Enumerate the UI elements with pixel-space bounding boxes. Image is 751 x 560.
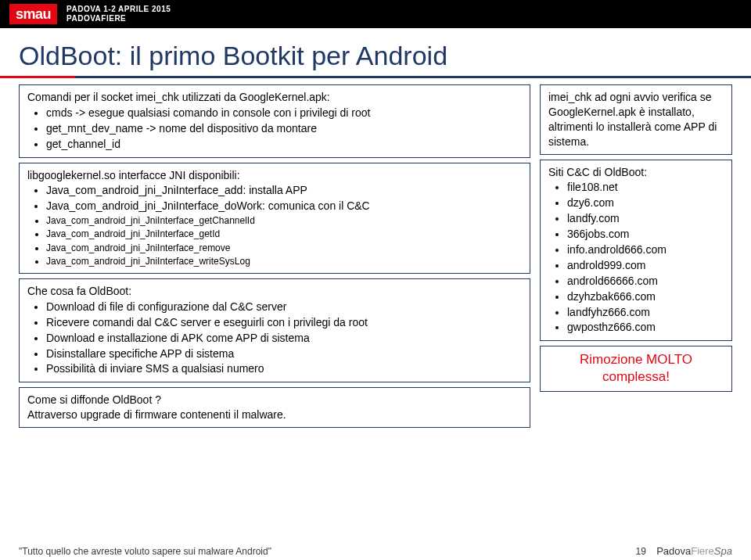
right-column: imei_chk ad ogni avvio verifica se Googl…	[540, 84, 732, 433]
list-item: info.androld666.com	[567, 242, 724, 257]
smau-logo: smau	[9, 4, 57, 24]
list-item: 366jobs.com	[567, 227, 724, 242]
header-venue: PADOVAFIERE	[66, 14, 171, 23]
list-item: Java_com_android_jni_JniInterface_getCha…	[46, 214, 522, 227]
list-item: Possibilità di inviare SMS a qualsiasi n…	[46, 361, 522, 376]
list-item: Java_com_android_jni_JniInterface_add: i…	[46, 183, 522, 198]
footer-quote: "Tutto quello che avreste voluto sapere …	[19, 546, 625, 557]
content: Comandi per il socket imei_chk utilizzat…	[0, 78, 751, 433]
box-imei-chk: imei_chk ad ogni avvio verifica se Googl…	[540, 84, 732, 155]
removal-l2: complessa!	[548, 368, 724, 386]
list-item: Ricevere comandi dal C&C server e esegui…	[46, 315, 522, 330]
list-item: cmds -> esegue qualsiasi comando in cons…	[46, 106, 522, 120]
cc-intro: Siti C&C di OldBoot:	[548, 165, 724, 180]
list-item: Download di file di configurazione dal C…	[46, 300, 522, 314]
box2-intro: libgooglekernel.so interfacce JNI dispon…	[27, 168, 522, 183]
header-bar: smau PADOVA 1-2 APRILE 2015 PADOVAFIERE	[0, 0, 751, 28]
footer: "Tutto quello che avreste voluto sapere …	[19, 545, 732, 557]
list-item: landfy.com	[567, 211, 724, 226]
box-spread: Come si diffonde OldBoot ? Attraverso up…	[19, 387, 530, 428]
list-item: Java_com_android_jni_JniInterface_writeS…	[46, 255, 522, 267]
list-item: dzy6.com	[567, 196, 724, 210]
removal-l1: Rimozione MOLTO	[548, 351, 724, 368]
box-socket-commands: Comandi per il socket imei_chk utilizzat…	[19, 84, 530, 158]
header-meta: PADOVA 1-2 APRILE 2015 PADOVAFIERE	[66, 5, 171, 23]
box-oldboot-actions: Che cosa fa OldBoot: Download di file di…	[19, 278, 530, 382]
box3-intro: Che cosa fa OldBoot:	[27, 284, 522, 299]
list-item: androld999.com	[567, 258, 724, 273]
box-cc-sites: Siti C&C di OldBoot: file108.net dzy6.co…	[540, 160, 732, 342]
list-item: get_mnt_dev_name -> nome del dispositivo…	[46, 121, 522, 136]
page-number: 19	[625, 546, 656, 557]
list-item: androld66666.com	[567, 274, 724, 289]
list-item: landfyhz666.com	[567, 305, 724, 320]
box-removal: Rimozione MOLTO complessa!	[540, 346, 732, 391]
spread-answer: Attraverso upgrade di firmware contenent…	[27, 407, 522, 422]
list-item: Download e installazione di APK come APP…	[46, 331, 522, 346]
slide-title: OldBoot: il primo Bootkit per Android	[19, 41, 732, 71]
list-item: Disinstallare specifiche APP di sistema	[46, 346, 522, 361]
imei-chk-desc: imei_chk ad ogni avvio verifica se Googl…	[548, 91, 717, 148]
header-date: PADOVA 1-2 APRILE 2015	[66, 5, 171, 14]
footer-logo: PadovaFiereSpa	[656, 545, 732, 557]
box-jni-interfaces: libgooglekernel.so interfacce JNI dispon…	[19, 163, 530, 274]
list-item: dzyhzbak666.com	[567, 289, 724, 304]
list-item: Java_com_android_jni_JniInterface_remove	[46, 242, 522, 254]
list-item: Java_com_android_jni_JniInterface_getId	[46, 228, 522, 240]
box1-intro: Comandi per il socket imei_chk utilizzat…	[27, 90, 522, 105]
list-item: file108.net	[567, 180, 724, 195]
list-item: gwposthz666.com	[567, 320, 724, 335]
left-column: Comandi per il socket imei_chk utilizzat…	[19, 84, 530, 433]
spread-question: Come si diffonde OldBoot ?	[27, 393, 522, 407]
list-item: get_channel_id	[46, 137, 522, 152]
list-item: Java_com_android_jni_JniInterface_doWork…	[46, 199, 522, 214]
